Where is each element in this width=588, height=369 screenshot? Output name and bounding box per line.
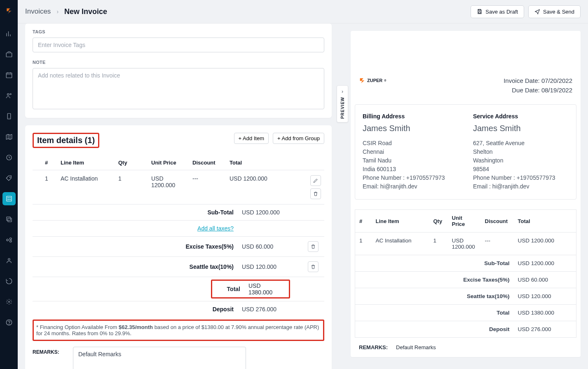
svg-rect-13: [7, 217, 10, 221]
remove-tax-button[interactable]: [308, 261, 319, 272]
breadcrumb: Invoices › New Invoice: [25, 7, 107, 16]
pv-col-unit-price: Unit Price: [448, 210, 481, 233]
pv-cell-qty: 1: [429, 233, 448, 255]
nav-mobile[interactable]: [2, 110, 16, 123]
deposit-label: Deposit: [36, 306, 242, 313]
due-date-label: Due Date:: [512, 87, 541, 94]
items-table: # Line Item Qty Unit Price Discount Tota…: [33, 155, 324, 204]
chevron-right-icon: ›: [56, 8, 59, 15]
pv-tax2-value: USD 120.000: [514, 288, 576, 305]
breadcrumb-current: New Invoice: [64, 7, 107, 16]
add-all-taxes-link[interactable]: Add all taxes?: [197, 225, 234, 232]
form-pane: TAGS NOTE Item details (1) + Add Item + …: [18, 24, 339, 369]
svg-point-3: [10, 94, 11, 95]
billing-address: Billing Address James Smith CSIR Road Ch…: [355, 105, 466, 199]
svg-point-18: [8, 301, 9, 303]
svg-point-16: [9, 240, 12, 242]
col-unit-price: Unit Price: [148, 155, 189, 170]
financing-note-highlight: * Financing Option Available From $62.35…: [33, 320, 324, 341]
subtotal-label: Sub-Total: [36, 209, 242, 216]
remarks-textarea[interactable]: [73, 347, 246, 369]
pv-cell-unit-price: USD 1200.000: [448, 233, 481, 255]
col-line-item: Line Item: [57, 155, 115, 170]
preview-items-table: # Line Item Qty Unit Price Discount Tota…: [355, 209, 576, 338]
edit-item-button[interactable]: [310, 175, 321, 186]
item-row: 1 AC Installation 1 USD 1200.000 --- USD…: [33, 170, 324, 204]
pv-cell-total: USD 1200.000: [514, 233, 576, 255]
preview-tab-label: PREVIEW: [340, 97, 345, 119]
save-as-draft-label: Save as Draft: [485, 9, 518, 15]
note-textarea[interactable]: [33, 68, 324, 109]
svg-point-11: [9, 200, 10, 200]
preview-toggle[interactable]: › PREVIEW: [337, 85, 348, 122]
item-details-title: Item details (1): [37, 136, 95, 145]
tax2-value: USD 120.000: [242, 263, 291, 270]
tax-row: Excise Taxes(5%) USD 60.000: [33, 237, 324, 257]
nav-settings[interactable]: [2, 295, 16, 308]
save-and-send-button[interactable]: Save & Send: [528, 5, 581, 18]
svg-point-6: [9, 177, 10, 178]
svg-point-14: [7, 239, 9, 241]
pv-col-discount: Discount: [481, 210, 514, 233]
svg-rect-12: [8, 218, 12, 222]
nav-history[interactable]: [2, 275, 16, 288]
pv-cell-num: 1: [355, 233, 372, 255]
svg-point-2: [7, 94, 9, 96]
nav-dashboard[interactable]: [2, 27, 16, 40]
pv-cell-discount: ---: [481, 233, 514, 255]
item-details-highlight: Item details (1): [33, 133, 99, 148]
send-icon: [534, 9, 540, 14]
nav-copy[interactable]: [2, 213, 16, 226]
company-name: ZUPER: [367, 78, 382, 83]
svg-rect-7: [7, 196, 12, 201]
nav-invoices[interactable]: [2, 192, 16, 205]
pv-remarks-label: REMARKS:: [359, 344, 388, 350]
cell-discount: ---: [189, 170, 226, 204]
pv-subtotal-label: Sub-Total: [355, 255, 514, 272]
service-address: Service Address James Smith 627, Seattle…: [466, 105, 576, 199]
service-name: James Smith: [473, 124, 569, 133]
pv-col-qty: Qty: [429, 210, 448, 233]
subtotal-row: Sub-Total USD 1200.000: [33, 204, 324, 221]
nav-user[interactable]: [2, 254, 16, 267]
nav-calendar[interactable]: [2, 68, 16, 82]
breadcrumb-parent[interactable]: Invoices: [25, 7, 51, 16]
nav-help[interactable]: [2, 316, 16, 329]
save-and-send-label: Save & Send: [543, 9, 574, 15]
billing-title: Billing Address: [363, 113, 458, 120]
service-line: Phone Number : +19705577973: [473, 174, 569, 182]
address-block: Billing Address James Smith CSIR Road Ch…: [355, 104, 576, 200]
remove-tax-button[interactable]: [308, 241, 319, 252]
cell-num: 1: [33, 170, 57, 204]
sidebar: [0, 0, 18, 369]
nav-tags[interactable]: [2, 172, 16, 185]
billing-line: CSIR Road: [363, 139, 458, 148]
pv-total-label: Total: [355, 305, 514, 321]
cell-qty: 1: [115, 170, 148, 204]
nav-time[interactable]: [2, 151, 16, 164]
pv-remarks-row: REMARKS: Default Remarks: [351, 338, 581, 357]
billing-name: James Smith: [363, 124, 458, 133]
delete-item-button[interactable]: [310, 188, 321, 199]
save-as-draft-button[interactable]: Save as Draft: [471, 5, 524, 18]
svg-point-9: [9, 197, 10, 198]
pv-subtotal-value: USD 1200.000: [514, 255, 576, 272]
pv-col-total: Total: [514, 210, 576, 233]
pv-tax1-label: Excise Taxes(5%): [355, 272, 514, 288]
total-label: Total: [216, 286, 240, 292]
cell-line-item: AC Installation: [57, 170, 115, 204]
tags-input[interactable]: [33, 38, 324, 52]
deposit-row: Deposit USD 276.000: [33, 301, 324, 317]
add-from-group-button[interactable]: + Add from Group: [273, 133, 324, 144]
nav-integrations[interactable]: [2, 233, 16, 247]
topbar: Invoices › New Invoice Save as Draft Sav…: [18, 0, 588, 24]
service-title: Service Address: [473, 113, 569, 120]
preview-handle-column: › PREVIEW: [339, 24, 348, 369]
add-item-button[interactable]: + Add Item: [234, 133, 269, 144]
total-value: USD 1380.000: [240, 282, 286, 296]
svg-rect-0: [6, 53, 12, 57]
nav-customers[interactable]: [2, 89, 16, 102]
nav-briefcase[interactable]: [2, 48, 16, 61]
note-label: NOTE: [33, 60, 324, 65]
nav-map[interactable]: [2, 130, 16, 143]
